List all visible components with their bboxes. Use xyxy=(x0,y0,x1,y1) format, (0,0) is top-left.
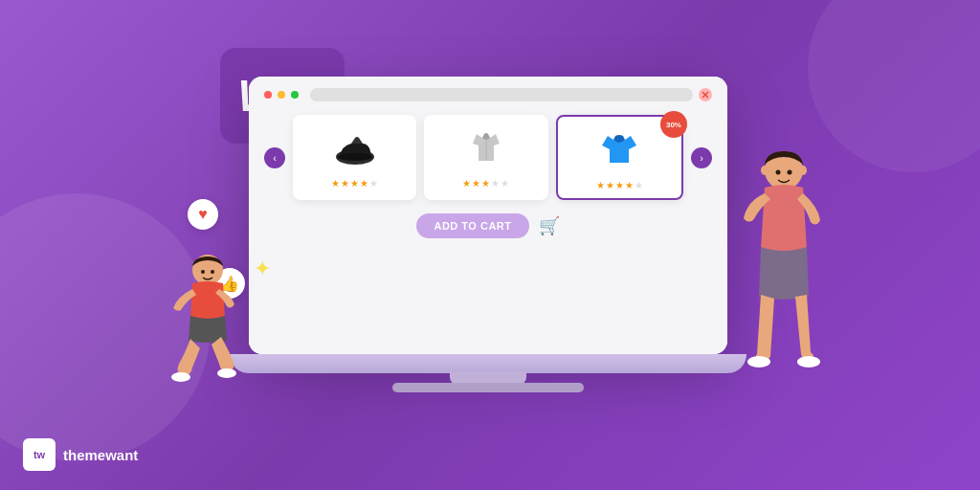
product-img-shoe xyxy=(330,122,380,172)
svg-point-13 xyxy=(797,356,820,368)
stars-vest: ★★★★★ xyxy=(462,178,509,189)
svg-point-17 xyxy=(799,166,807,175)
svg-point-16 xyxy=(761,166,768,175)
character-right xyxy=(726,144,841,392)
main-container: Woo ‹ xyxy=(0,0,980,490)
svg-point-8 xyxy=(217,368,236,378)
stars-shoe: ★★★★★ xyxy=(331,178,378,189)
product-card-shoe: ★★★★★ xyxy=(293,115,416,200)
products-area: ‹ ★★★★★ xyxy=(264,111,712,204)
brand-name: themewant xyxy=(63,447,138,463)
svg-point-12 xyxy=(747,356,770,368)
close-icon[interactable] xyxy=(699,88,712,101)
brand-icon-text: tw xyxy=(33,449,45,460)
stars-tshirt: ★★★★★ xyxy=(596,180,643,190)
brand-logo: tw themewant xyxy=(23,438,138,471)
svg-point-10 xyxy=(211,270,214,274)
laptop-base xyxy=(230,354,746,373)
browser-dot-green xyxy=(291,91,299,99)
brand-icon: tw xyxy=(23,438,56,471)
product-cards: ★★★★★ ★★★★★ xyxy=(293,115,683,200)
product-card-tshirt: 30% ★★★★★ xyxy=(556,115,683,200)
action-row: ADD TO CART 🛒 xyxy=(264,213,712,238)
svg-point-4 xyxy=(338,153,372,161)
svg-point-14 xyxy=(776,170,781,175)
nav-arrow-right[interactable]: › xyxy=(691,147,712,168)
float-heart-icon: ♥ xyxy=(188,199,218,230)
add-to-cart-button[interactable]: ADD TO CART xyxy=(416,213,528,238)
nav-arrow-left[interactable]: ‹ xyxy=(264,147,285,168)
cart-icon: 🛒 xyxy=(539,215,560,236)
browser-url-bar xyxy=(310,88,693,101)
browser-dot-yellow xyxy=(278,91,285,99)
discount-badge: 30% xyxy=(660,111,687,138)
product-card-vest: ★★★★★ xyxy=(424,115,547,200)
product-img-vest xyxy=(461,122,511,172)
laptop-screen: ‹ ★★★★★ xyxy=(249,77,727,354)
character-left xyxy=(148,249,263,402)
browser-dot-red xyxy=(264,91,272,99)
svg-point-9 xyxy=(201,270,205,274)
svg-point-7 xyxy=(171,372,190,382)
svg-point-15 xyxy=(788,170,792,175)
screen-inner: ‹ ★★★★★ xyxy=(249,77,727,354)
laptop-foot xyxy=(392,383,584,392)
browser-bar xyxy=(264,88,712,101)
product-img-tshirt xyxy=(594,124,644,174)
